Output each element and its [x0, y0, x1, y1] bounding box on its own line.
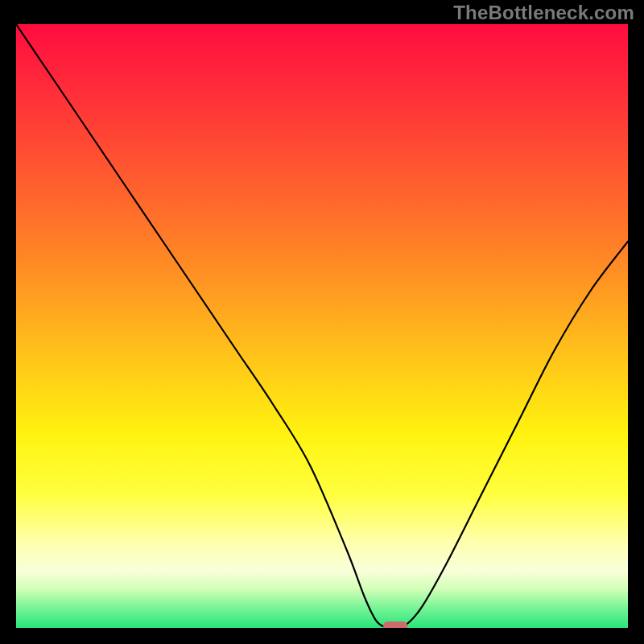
watermark-text: TheBottleneck.com: [453, 2, 634, 24]
optimal-marker: [383, 621, 407, 628]
chart-frame: TheBottleneck.com: [0, 0, 644, 644]
chart-svg: [16, 24, 628, 628]
plot-area: [16, 24, 628, 628]
gradient-background: [16, 24, 628, 628]
